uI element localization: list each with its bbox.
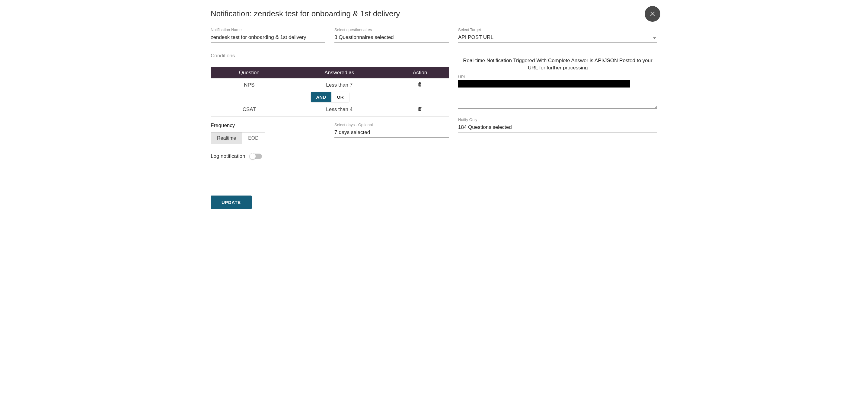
delete-condition-button[interactable] bbox=[417, 83, 423, 88]
notification-name-input[interactable]: zendesk test for onboarding & 1st delive… bbox=[211, 33, 326, 42]
cond-question: NPS bbox=[211, 78, 288, 92]
table-row: CSAT Less than 4 bbox=[211, 103, 449, 116]
page-title-name: zendesk test for onboarding & 1st delive… bbox=[254, 9, 400, 18]
notify-only-field: Notify Only 184 Questions selected bbox=[458, 117, 657, 132]
cond-answered: Less than 4 bbox=[288, 103, 391, 116]
col-action: Action bbox=[391, 67, 449, 78]
close-icon bbox=[650, 11, 655, 17]
questionnaires-label: Select questionnaires bbox=[334, 28, 449, 32]
target-label: Select Target bbox=[458, 28, 657, 32]
notify-only-select[interactable]: 184 Questions selected bbox=[458, 123, 657, 132]
log-notification-toggle[interactable] bbox=[250, 154, 262, 159]
close-button[interactable] bbox=[645, 6, 660, 22]
cond-answered: Less than 7 bbox=[288, 78, 391, 92]
operator-row: AND OR bbox=[211, 91, 449, 103]
frequency-field: Frequency Realtime EOD bbox=[211, 123, 326, 144]
notification-name-field: Notification Name zendesk test for onboa… bbox=[211, 28, 326, 42]
col-answered: Answered as bbox=[288, 67, 391, 78]
days-label: Select days - Optional bbox=[334, 123, 449, 127]
page-title: Notification: zendesk test for onboardin… bbox=[211, 9, 657, 19]
table-row: NPS Less than 7 bbox=[211, 78, 449, 92]
delete-condition-button[interactable] bbox=[417, 107, 423, 113]
url-field: URL bbox=[458, 74, 657, 112]
operator-or-button[interactable]: OR bbox=[331, 92, 349, 102]
conditions-input[interactable]: Conditions bbox=[211, 52, 326, 61]
questionnaires-select[interactable]: 3 Questionnaires selected bbox=[334, 33, 449, 42]
update-button[interactable]: UPDATE bbox=[211, 195, 252, 209]
log-notification-label: Log notification bbox=[211, 153, 245, 159]
toggle-knob-icon bbox=[249, 153, 256, 160]
conditions-table: Question Answered as Action NPS Less tha… bbox=[211, 67, 449, 117]
target-description: Real-time Notification Triggered With Co… bbox=[458, 57, 657, 71]
frequency-label: Frequency bbox=[211, 123, 326, 129]
url-redacted-value bbox=[458, 80, 630, 88]
trash-icon bbox=[417, 82, 423, 87]
notification-name-label: Notification Name bbox=[211, 28, 326, 32]
frequency-toggle: Realtime EOD bbox=[211, 132, 265, 144]
frequency-realtime-button[interactable]: Realtime bbox=[211, 132, 242, 144]
target-field: Select Target API POST URL bbox=[458, 28, 657, 42]
days-field: Select days - Optional 7 days selected bbox=[334, 123, 449, 144]
questionnaires-field: Select questionnaires 3 Questionnaires s… bbox=[334, 28, 449, 42]
page-title-prefix: Notification: bbox=[211, 9, 254, 18]
col-question: Question bbox=[211, 67, 288, 78]
url-label: URL bbox=[458, 74, 657, 79]
trash-icon bbox=[417, 106, 423, 112]
frequency-eod-button[interactable]: EOD bbox=[242, 132, 265, 144]
notify-only-label: Notify Only bbox=[458, 117, 657, 122]
conditions-field: Conditions bbox=[211, 52, 326, 61]
url-input[interactable] bbox=[458, 94, 657, 108]
target-select[interactable]: API POST URL bbox=[458, 33, 657, 42]
operator-and-button[interactable]: AND bbox=[311, 92, 332, 102]
days-select[interactable]: 7 days selected bbox=[334, 128, 449, 137]
chevron-down-icon bbox=[653, 37, 656, 39]
operator-toggle: AND OR bbox=[311, 92, 349, 102]
cond-question: CSAT bbox=[211, 103, 288, 116]
